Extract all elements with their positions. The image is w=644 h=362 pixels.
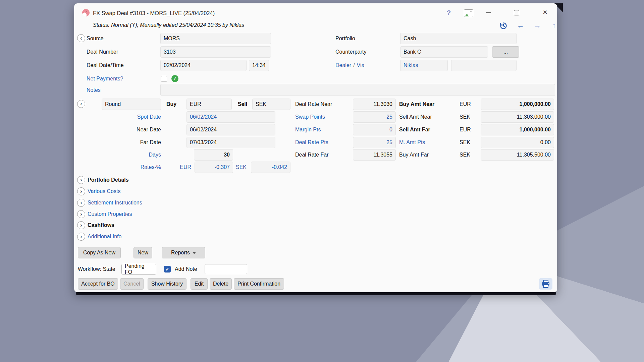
- deal-datetime-label: Deal Date/Time: [87, 60, 124, 71]
- swap-points-link[interactable]: Swap Points: [295, 111, 325, 123]
- edit-button[interactable]: Edit: [191, 278, 208, 290]
- dealer-field[interactable]: Niklas: [400, 60, 448, 71]
- delete-button[interactable]: Delete: [210, 278, 232, 290]
- deal-rate-pts-link[interactable]: Deal Rate Pts: [295, 137, 328, 148]
- deal-rate-far-field[interactable]: 11.3055: [353, 149, 396, 161]
- dealer-link[interactable]: Dealer: [335, 62, 351, 68]
- add-note-checkbox[interactable]: ✓: [164, 266, 171, 273]
- close-button[interactable]: ✕: [540, 8, 550, 17]
- sell-label: Sell: [234, 99, 251, 110]
- new-button[interactable]: New: [133, 247, 152, 258]
- counterparty-browse-button[interactable]: ...: [492, 46, 519, 58]
- m-amt-pts-currency: SEK: [460, 137, 470, 148]
- collapse-general-section-button[interactable]: ‹: [77, 34, 85, 42]
- cancel-button: Cancel: [120, 278, 144, 290]
- rates-value1-field[interactable]: -0.307: [195, 162, 233, 173]
- spot-date-field[interactable]: 06/02/2024: [186, 111, 275, 123]
- rates-pct-link[interactable]: Rates-%: [94, 162, 161, 173]
- rates-value2-field[interactable]: -0.042: [251, 162, 290, 173]
- help-button[interactable]: ?: [444, 8, 453, 17]
- net-payments-checkbox[interactable]: [161, 76, 167, 82]
- deal-rate-near-label: Deal Rate Near: [295, 99, 332, 110]
- source-field[interactable]: MORS: [160, 33, 271, 44]
- sell-amt-near-label: Sell Amt Near: [399, 111, 432, 123]
- workflow-state-field[interactable]: Pending FO: [121, 264, 156, 275]
- sell-amt-near-currency: SEK: [460, 111, 470, 123]
- deal-rate-pts-field[interactable]: 25: [353, 137, 396, 148]
- net-payments-link[interactable]: Net Payments?: [87, 73, 123, 84]
- portfolio-field[interactable]: Cash: [400, 33, 517, 44]
- buy-amt-far-field[interactable]: 11,305,500.00: [481, 149, 554, 161]
- dealer-via-label: Dealer / Via: [335, 60, 364, 71]
- add-note-input[interactable]: [205, 264, 247, 274]
- deal-time-field[interactable]: 14:34: [249, 60, 269, 71]
- validation-ok-icon: ✓: [171, 75, 178, 82]
- margin-pts-link[interactable]: Margin Pts: [295, 124, 321, 135]
- portfolio-label: Portfolio: [335, 33, 355, 44]
- expand-settlement-instructions-button[interactable]: ›: [77, 199, 85, 207]
- buy-amt-near-field[interactable]: 1,000,000.00: [481, 99, 554, 110]
- app-logo-icon: [82, 9, 90, 16]
- nav-forward-button[interactable]: →: [532, 20, 542, 31]
- sell-amt-far-field[interactable]: 1,000,000.00: [481, 124, 554, 135]
- spot-date-link[interactable]: Spot Date: [94, 111, 161, 123]
- notes-link[interactable]: Notes: [87, 84, 101, 96]
- copy-as-new-button[interactable]: Copy As New: [78, 247, 121, 258]
- expand-various-costs-button[interactable]: ›: [77, 187, 85, 195]
- section-various-costs[interactable]: Various Costs: [88, 186, 120, 197]
- section-portfolio-details[interactable]: Portfolio Details: [88, 174, 129, 186]
- section-additional-info[interactable]: Additional Info: [88, 231, 121, 242]
- maximize-button[interactable]: [512, 8, 521, 17]
- picture-icon: [464, 9, 473, 17]
- reports-button-label: Reports: [171, 250, 190, 256]
- days-link[interactable]: Days: [94, 149, 161, 161]
- counterparty-field[interactable]: Bank C: [400, 46, 488, 58]
- near-date-field[interactable]: 06/02/2024: [186, 124, 275, 135]
- workflow-state-label: Workflow: State: [78, 264, 115, 275]
- sell-amt-near-field[interactable]: 11,303,000.00: [481, 111, 554, 123]
- chevron-down-icon: [193, 252, 196, 254]
- source-label: Source: [87, 33, 104, 44]
- show-history-button[interactable]: Show History: [148, 278, 186, 290]
- swap-points-field[interactable]: 25: [353, 111, 396, 123]
- dealer-via-separator: /: [353, 62, 355, 68]
- deal-rate-far-label: Deal Rate Far: [295, 149, 329, 161]
- section-cashflows[interactable]: Cashflows: [88, 220, 114, 231]
- rates-ccy2-label: SEK: [236, 162, 247, 173]
- deal-rate-near-field[interactable]: 11.3030: [353, 99, 396, 110]
- via-field[interactable]: [451, 60, 517, 71]
- accept-for-bo-button[interactable]: Accept for BO: [78, 278, 118, 290]
- expand-additional-info-button[interactable]: ›: [77, 233, 85, 241]
- nav-up-button[interactable]: ↑: [549, 20, 559, 31]
- via-link[interactable]: Via: [357, 62, 365, 68]
- deal-number-field[interactable]: 3103: [160, 46, 271, 58]
- round-field[interactable]: Round: [102, 99, 161, 110]
- minimize-button[interactable]: [484, 8, 493, 17]
- m-amt-pts-field[interactable]: 0.00: [481, 137, 554, 148]
- print-confirmation-button[interactable]: Print Confirmation: [234, 278, 284, 290]
- expand-custom-properties-button[interactable]: ›: [77, 210, 85, 218]
- reports-button[interactable]: Reports: [162, 247, 205, 258]
- far-date-field[interactable]: 07/03/2024: [186, 137, 275, 148]
- section-settlement-instructions[interactable]: Settlement Instructions: [88, 197, 142, 208]
- near-date-label: Near Date: [94, 124, 161, 135]
- m-amt-pts-link[interactable]: M. Amt Pts: [399, 137, 425, 148]
- history-button[interactable]: [499, 22, 507, 30]
- expand-cashflows-button[interactable]: ›: [77, 221, 85, 229]
- buy-amt-near-label: Buy Amt Near: [399, 99, 434, 110]
- nav-back-button[interactable]: ←: [516, 20, 526, 31]
- expand-portfolio-details-button[interactable]: ›: [77, 176, 85, 184]
- section-custom-properties[interactable]: Custom Properties: [88, 208, 132, 220]
- notes-field[interactable]: [160, 84, 555, 96]
- deal-date-field[interactable]: 02/02/2024: [160, 60, 247, 71]
- margin-pts-field[interactable]: 0: [353, 124, 396, 135]
- print-button[interactable]: [539, 278, 552, 290]
- collapse-deal-section-button[interactable]: ‹: [77, 100, 85, 108]
- sell-amt-far-label: Sell Amt Far: [399, 124, 430, 135]
- days-field[interactable]: 30: [194, 149, 233, 161]
- buy-currency-field[interactable]: EUR: [186, 99, 232, 110]
- sell-currency-field[interactable]: SEK: [252, 99, 290, 110]
- buy-amt-far-currency: SEK: [460, 149, 470, 161]
- minimize-icon: [486, 12, 491, 13]
- screenshot-button[interactable]: [464, 9, 473, 17]
